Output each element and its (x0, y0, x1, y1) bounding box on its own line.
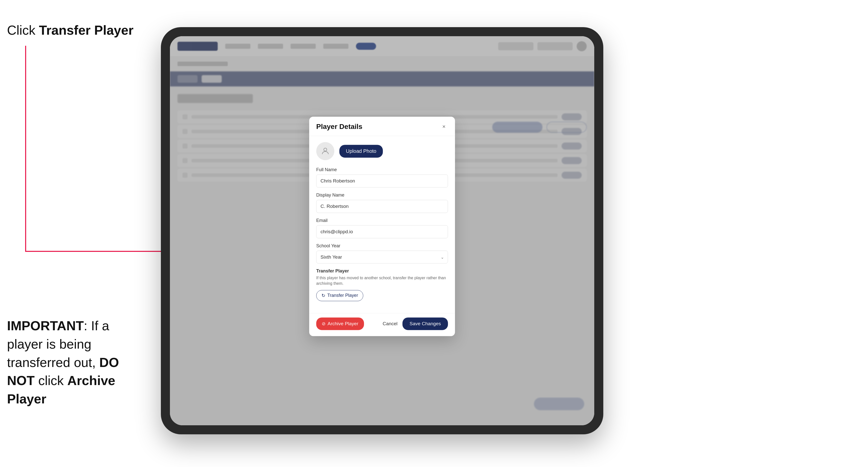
footer-right-actions: Cancel Save Changes (382, 317, 448, 330)
instruction-bold: Transfer Player (39, 23, 133, 37)
instruction-prefix: Click (7, 23, 39, 37)
instruction-top: Click Transfer Player (7, 23, 133, 38)
archive-button-label: Archive Player (328, 321, 359, 326)
full-name-input[interactable] (316, 175, 448, 187)
modal-header: Player Details × (309, 117, 455, 136)
full-name-group: Full Name (316, 167, 448, 187)
transfer-section-description: If this player has moved to another scho… (316, 275, 448, 286)
school-year-select-wrapper: Sixth Year First Year Second Year Third … (316, 251, 448, 263)
display-name-input[interactable] (316, 200, 448, 213)
tablet-device: Player Details × Upload Photo (161, 27, 603, 434)
modal-title: Player Details (316, 123, 363, 131)
svg-point-0 (324, 148, 327, 151)
archive-icon: ⊘ (322, 321, 326, 326)
archive-player-button[interactable]: ⊘ Archive Player (316, 317, 364, 330)
display-name-group: Display Name (316, 192, 448, 213)
refresh-icon: ↻ (321, 293, 325, 298)
save-changes-button[interactable]: Save Changes (402, 317, 448, 330)
school-year-label: School Year (316, 243, 448, 249)
modal-body: Upload Photo Full Name Display Name Emai… (309, 136, 455, 313)
player-details-modal: Player Details × Upload Photo (309, 117, 455, 336)
transfer-button-label: Transfer Player (327, 293, 358, 298)
school-year-select[interactable]: Sixth Year First Year Second Year Third … (316, 251, 448, 263)
transfer-player-button[interactable]: ↻ Transfer Player (316, 290, 363, 301)
cancel-button[interactable]: Cancel (382, 321, 397, 326)
important-label: IMPORTANT (7, 318, 84, 333)
instruction-bottom: IMPORTANT: If a player is being transfer… (7, 317, 148, 408)
email-group: Email (316, 218, 448, 238)
instruction-text2: click (35, 373, 67, 388)
transfer-player-section: Transfer Player If this player has moved… (316, 269, 448, 301)
school-year-group: School Year Sixth Year First Year Second… (316, 243, 448, 263)
full-name-label: Full Name (316, 167, 448, 173)
avatar-placeholder (316, 142, 334, 160)
transfer-section-label: Transfer Player (316, 269, 448, 274)
tablet-screen: Player Details × Upload Photo (170, 36, 594, 425)
upload-photo-button[interactable]: Upload Photo (339, 145, 383, 158)
modal-close-button[interactable]: × (440, 123, 448, 131)
photo-upload-row: Upload Photo (316, 142, 448, 160)
email-label: Email (316, 218, 448, 223)
user-icon (321, 147, 330, 156)
display-name-label: Display Name (316, 192, 448, 198)
email-input[interactable] (316, 225, 448, 238)
annotation-vertical-line (25, 46, 26, 252)
modal-footer: ⊘ Archive Player Cancel Save Changes (309, 313, 455, 336)
